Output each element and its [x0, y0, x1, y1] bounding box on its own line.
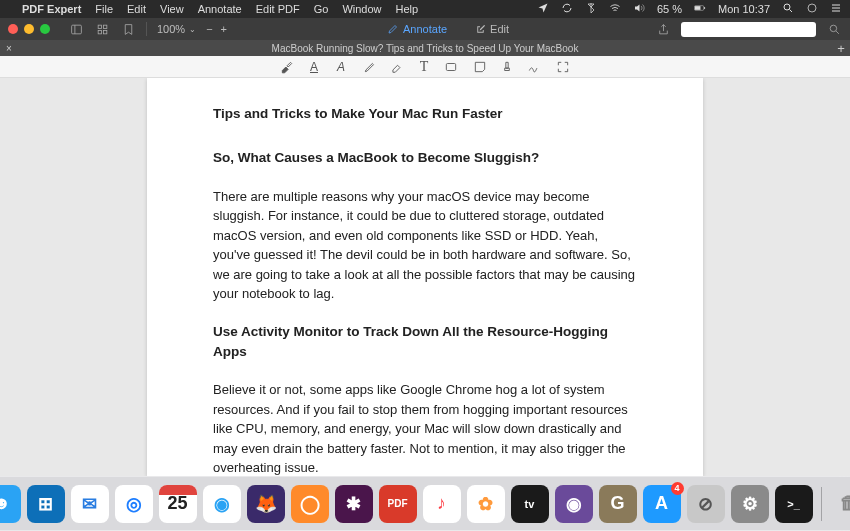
- dock-apple-tv[interactable]: tv: [511, 485, 549, 523]
- clock[interactable]: Mon 10:37: [718, 3, 770, 15]
- stamp-tool-icon[interactable]: [500, 59, 515, 74]
- signature-tool-icon[interactable]: [527, 59, 542, 74]
- siri-icon[interactable]: [806, 2, 818, 16]
- svg-rect-8: [98, 30, 101, 33]
- annotate-label: Annotate: [403, 23, 447, 35]
- dock: ☻⊞✉◎25◉🦊◯✱PDF♪✿tv◉GA4⊘⚙>_🗑: [0, 476, 850, 531]
- window-minimize-button[interactable]: [24, 24, 34, 34]
- svg-rect-2: [704, 7, 705, 9]
- battery-pct[interactable]: 65 %: [657, 3, 682, 15]
- thumbnail-view-icon[interactable]: [94, 21, 110, 37]
- zoom-out-button[interactable]: −: [206, 23, 212, 35]
- volume-icon[interactable]: [633, 2, 645, 16]
- dock-calendar[interactable]: 25: [159, 485, 197, 523]
- dock-app-store[interactable]: A4: [643, 485, 681, 523]
- pdf-page: Tips and Tricks to Make Your Mac Run Fas…: [147, 78, 703, 476]
- search-icon[interactable]: [826, 21, 842, 37]
- pen-tool-icon[interactable]: [363, 59, 378, 74]
- annotation-toolbar: A A T: [0, 56, 850, 78]
- menu-edit[interactable]: Edit: [127, 3, 146, 15]
- traffic-lights: [8, 24, 50, 34]
- control-center-icon[interactable]: [830, 2, 842, 16]
- edit-label: Edit: [490, 23, 509, 35]
- tab-bar: × MacBook Running Slow? Tips and Tricks …: [0, 40, 850, 56]
- dock-safari[interactable]: ◎: [115, 485, 153, 523]
- divider: [146, 22, 147, 36]
- dock-region: ☻⊞✉◎25◉🦊◯✱PDF♪✿tv◉GA4⊘⚙>_🗑: [0, 476, 850, 531]
- menu-view[interactable]: View: [160, 3, 184, 15]
- svg-point-3: [784, 4, 790, 10]
- window-toolbar: 100% ⌄ − + Annotate Edit: [0, 18, 850, 40]
- dock-badge: 4: [671, 482, 684, 495]
- dock-gimp[interactable]: G: [599, 485, 637, 523]
- svg-rect-1: [695, 6, 701, 10]
- underline-tool-icon[interactable]: A: [307, 59, 322, 74]
- doc-paragraph: There are multiple reasons why your macO…: [213, 187, 637, 304]
- menu-window[interactable]: Window: [342, 3, 381, 15]
- window-close-button[interactable]: [8, 24, 18, 34]
- tab-title[interactable]: MacBook Running Slow? Tips and Tricks to…: [18, 43, 832, 54]
- bookmarks-icon[interactable]: [120, 21, 136, 37]
- dock-pdf-expert[interactable]: PDF: [379, 485, 417, 523]
- menu-edit-pdf[interactable]: Edit PDF: [256, 3, 300, 15]
- wifi-icon[interactable]: [609, 2, 621, 16]
- doc-heading-2: So, What Causes a MacBook to Become Slug…: [213, 148, 637, 168]
- highlight-tool-icon[interactable]: [280, 59, 295, 74]
- dock-finder[interactable]: ☻: [0, 485, 21, 523]
- svg-rect-9: [103, 30, 106, 33]
- tab-add-button[interactable]: +: [832, 41, 850, 56]
- menu-go[interactable]: Go: [314, 3, 329, 15]
- tab-close-button[interactable]: ×: [0, 43, 18, 54]
- window-maximize-button[interactable]: [40, 24, 50, 34]
- zoom-control: 100% ⌄ − +: [157, 23, 227, 35]
- dock-mail[interactable]: ✉: [71, 485, 109, 523]
- svg-point-10: [830, 25, 837, 32]
- edit-mode-button[interactable]: Edit: [475, 23, 509, 35]
- document-viewport[interactable]: Tips and Tricks to Make Your Mac Run Fas…: [0, 78, 850, 476]
- dock-alt-browser[interactable]: ◯: [291, 485, 329, 523]
- text-tool-icon[interactable]: T: [417, 59, 432, 74]
- sync-icon[interactable]: [561, 2, 573, 16]
- eraser-tool-icon[interactable]: [390, 59, 405, 74]
- svg-rect-7: [103, 25, 106, 28]
- sidebar-toggle-icon[interactable]: [68, 21, 84, 37]
- shape-tool-icon[interactable]: [444, 59, 459, 74]
- dock-trash[interactable]: 🗑: [830, 485, 851, 523]
- fit-screen-icon[interactable]: [556, 59, 571, 74]
- zoom-dropdown-icon[interactable]: ⌄: [189, 25, 196, 34]
- dock-separator: [821, 487, 822, 521]
- menu-annotate[interactable]: Annotate: [198, 3, 242, 15]
- menu-file[interactable]: File: [95, 3, 113, 15]
- spotlight-icon[interactable]: [782, 2, 794, 16]
- dock-trello[interactable]: ⊞: [27, 485, 65, 523]
- svg-rect-6: [98, 25, 101, 28]
- battery-icon[interactable]: [694, 2, 706, 16]
- dock-firefox[interactable]: 🦊: [247, 485, 285, 523]
- dock-music[interactable]: ♪: [423, 485, 461, 523]
- note-tool-icon[interactable]: [473, 59, 488, 74]
- strikethrough-tool-icon[interactable]: A: [334, 59, 349, 74]
- dock-terminal[interactable]: >_: [775, 485, 813, 523]
- dock-disk-utility[interactable]: ⊘: [687, 485, 725, 523]
- doc-heading-3: Use Activity Monitor to Track Down All t…: [213, 322, 637, 363]
- share-icon[interactable]: [655, 21, 671, 37]
- doc-heading-1: Tips and Tricks to Make Your Mac Run Fas…: [213, 104, 637, 124]
- menubar: PDF Expert File Edit View Annotate Edit …: [0, 0, 850, 18]
- dock-slack[interactable]: ✱: [335, 485, 373, 523]
- bluetooth-icon[interactable]: [585, 2, 597, 16]
- search-input[interactable]: [681, 22, 816, 37]
- svg-rect-5: [71, 25, 81, 34]
- annotate-mode-button[interactable]: Annotate: [387, 23, 447, 35]
- doc-paragraph: Believe it or not, some apps like Google…: [213, 380, 637, 476]
- dock-photos[interactable]: ✿: [467, 485, 505, 523]
- location-icon[interactable]: [537, 2, 549, 16]
- svg-point-4: [808, 4, 816, 12]
- zoom-value[interactable]: 100%: [157, 23, 185, 35]
- app-name[interactable]: PDF Expert: [22, 3, 81, 15]
- svg-rect-11: [446, 63, 455, 70]
- menu-help[interactable]: Help: [396, 3, 419, 15]
- dock-preferences[interactable]: ⚙: [731, 485, 769, 523]
- dock-chrome[interactable]: ◉: [203, 485, 241, 523]
- zoom-in-button[interactable]: +: [221, 23, 227, 35]
- dock-tor[interactable]: ◉: [555, 485, 593, 523]
